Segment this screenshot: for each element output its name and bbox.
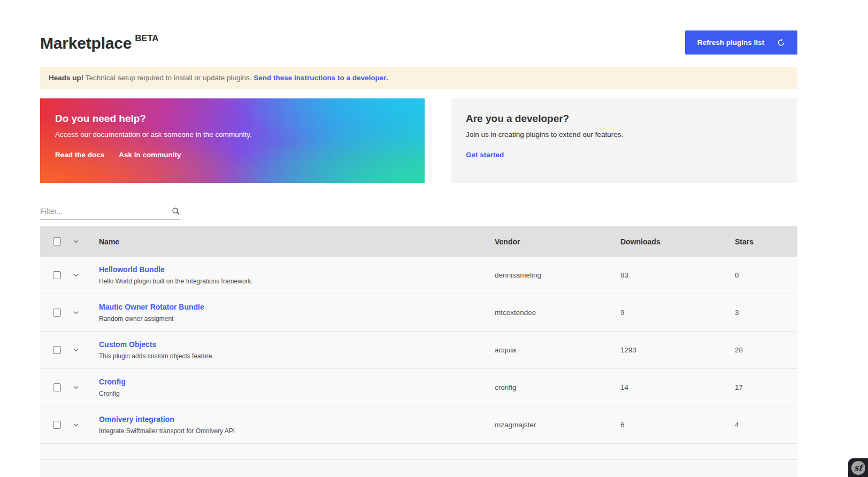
send-instructions-link[interactable]: Send these instructions to a developer. (254, 74, 388, 82)
plugin-stars: 28 (735, 346, 785, 354)
plugin-description: Cronfig (99, 390, 495, 397)
plugin-description: This plugin adds custom objects feature. (99, 352, 495, 360)
column-header-stars: Stars (735, 237, 785, 246)
plugin-name-link[interactable]: Cronfig (99, 378, 495, 386)
plugin-vendor: cronfig (495, 383, 620, 391)
plugin-vendor: dennisameling (495, 271, 620, 279)
plugin-name-cell: Omnivery integration Integrate Swiftmail… (99, 415, 495, 435)
row-checkbox[interactable] (53, 421, 61, 429)
refresh-icon (777, 39, 785, 47)
table-row-partial (40, 460, 797, 477)
help-card-title: Do you need help? (55, 113, 410, 125)
plugin-downloads: 83 (620, 271, 735, 279)
warning-strong: Heads up! (49, 74, 83, 82)
table-row: Custom Objects This plugin adds custom o… (40, 332, 797, 369)
filter-bar (40, 207, 180, 220)
plugin-vendor: acquia (495, 346, 620, 354)
page-title-text: Marketplace (40, 34, 132, 52)
plugin-name-link[interactable]: Custom Objects (99, 340, 495, 349)
plugin-description: Random owner assigment (99, 315, 495, 322)
plugin-name-link[interactable]: Omnivery integration (99, 415, 495, 424)
plugin-description: Hello World plugin built on the Integrat… (99, 278, 495, 285)
help-card-body: Access our documentation or ask someone … (55, 130, 410, 139)
read-the-docs-link[interactable]: Read the docs (55, 151, 104, 159)
developer-card-links: Get started (466, 151, 782, 159)
plugin-stars: 0 (735, 271, 785, 279)
marketplace-page: MarketplaceBETA Refresh plugins list Hea… (40, 30, 797, 477)
developer-card: Are you a developer? Join us in creating… (451, 98, 797, 183)
column-header-vendor: Vendor (495, 237, 620, 246)
plugin-vendor: mzagmajster (495, 421, 620, 429)
table-row-partial (40, 444, 797, 460)
table-row: Helloworld Bundle Hello World plugin bui… (40, 257, 797, 294)
column-header-downloads: Downloads (620, 237, 735, 246)
row-checkbox[interactable] (53, 271, 61, 279)
row-chevron-down-icon[interactable] (73, 385, 99, 390)
ask-in-community-link[interactable]: Ask in community (119, 151, 181, 159)
page-header: MarketplaceBETA Refresh plugins list (40, 30, 797, 55)
table-body: Helloworld Bundle Hello World plugin bui… (40, 257, 797, 444)
setup-warning-banner: Heads up! Technical setup required to in… (40, 67, 797, 89)
header-chevron-down-icon[interactable] (73, 239, 99, 244)
row-chevron-down-icon[interactable] (73, 273, 99, 278)
plugin-name-cell: Mautic Owner Rotator Bundle Random owner… (99, 303, 495, 322)
plugin-downloads: 1293 (620, 346, 735, 354)
plugin-downloads: 6 (620, 421, 735, 429)
plugin-downloads: 14 (620, 383, 735, 391)
help-card-links: Read the docs Ask in community (55, 151, 410, 159)
get-started-link[interactable]: Get started (466, 151, 504, 159)
row-chevron-down-icon[interactable] (73, 310, 99, 315)
filter-input[interactable] (40, 207, 172, 216)
plugin-stars: 4 (735, 421, 785, 429)
row-checkbox[interactable] (53, 309, 61, 317)
table-row: Omnivery integration Integrate Swiftmail… (40, 406, 797, 444)
symfony-logo-icon: sf (851, 461, 865, 475)
info-cards: Do you need help? Access our documentati… (40, 98, 797, 183)
plugins-table: Name Vendor Downloads Stars Helloworld B… (40, 226, 797, 477)
plugin-stars: 3 (735, 309, 785, 317)
row-chevron-down-icon[interactable] (73, 422, 99, 427)
table-row: Cronfig Cronfig cronfig 14 17 (40, 369, 797, 406)
plugin-description: Integrate Swiftmailer transport for Omni… (99, 427, 495, 435)
plugin-name-cell: Helloworld Bundle Hello World plugin bui… (99, 265, 495, 285)
developer-card-body: Join us in creating plugins to extend ou… (466, 130, 782, 139)
table-row: Mautic Owner Rotator Bundle Random owner… (40, 294, 797, 332)
plugin-name-link[interactable]: Helloworld Bundle (99, 265, 495, 274)
row-chevron-down-icon[interactable] (73, 348, 99, 352)
beta-badge: BETA (135, 33, 158, 43)
help-card: Do you need help? Access our documentati… (40, 98, 425, 183)
symfony-profiler-toggle[interactable]: sf (848, 458, 868, 477)
plugin-stars: 17 (735, 383, 785, 391)
plugin-vendor: mtcextendee (495, 309, 620, 317)
plugin-downloads: 9 (620, 309, 735, 317)
page-title: MarketplaceBETA (40, 33, 158, 52)
plugin-name-cell: Custom Objects This plugin adds custom o… (99, 340, 495, 360)
plugin-name-link[interactable]: Mautic Owner Rotator Bundle (99, 303, 495, 311)
developer-card-title: Are you a developer? (466, 113, 782, 125)
refresh-plugins-label: Refresh plugins list (697, 39, 764, 47)
row-checkbox[interactable] (53, 383, 61, 391)
table-header-row: Name Vendor Downloads Stars (40, 226, 797, 257)
select-all-checkbox[interactable] (53, 237, 61, 245)
warning-text: Technical setup required to install or u… (83, 74, 254, 82)
column-header-name: Name (99, 237, 495, 246)
row-checkbox[interactable] (53, 346, 61, 354)
plugin-name-cell: Cronfig Cronfig (99, 378, 495, 397)
search-icon[interactable] (172, 207, 180, 216)
refresh-plugins-button[interactable]: Refresh plugins list (685, 30, 797, 55)
